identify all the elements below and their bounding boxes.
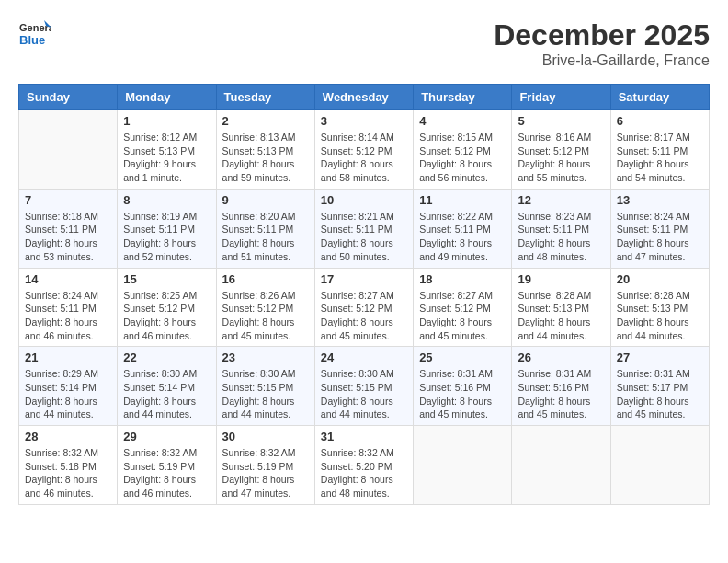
weekday-header: Tuesday xyxy=(216,85,314,110)
day-number: 23 xyxy=(222,350,309,364)
day-info: Sunrise: 8:13 AMSunset: 5:13 PMDaylight:… xyxy=(222,131,309,185)
day-number: 3 xyxy=(321,114,407,128)
day-number: 4 xyxy=(419,114,506,128)
day-info: Sunrise: 8:25 AMSunset: 5:12 PMDaylight:… xyxy=(123,289,210,343)
day-info: Sunrise: 8:28 AMSunset: 5:13 PMDaylight:… xyxy=(518,289,604,343)
day-info: Sunrise: 8:31 AMSunset: 5:16 PMDaylight:… xyxy=(518,367,604,421)
day-number: 22 xyxy=(123,350,210,364)
logo-svg: General Blue xyxy=(18,18,51,52)
day-info: Sunrise: 8:24 AMSunset: 5:11 PMDaylight:… xyxy=(617,210,703,264)
day-info: Sunrise: 8:28 AMSunset: 5:13 PMDaylight:… xyxy=(617,289,703,343)
day-number: 18 xyxy=(419,272,506,286)
calendar-cell: 27Sunrise: 8:31 AMSunset: 5:17 PMDayligh… xyxy=(610,347,709,426)
day-info: Sunrise: 8:22 AMSunset: 5:11 PMDaylight:… xyxy=(419,210,506,264)
day-number: 29 xyxy=(123,430,210,443)
calendar-cell xyxy=(512,426,610,505)
day-info: Sunrise: 8:21 AMSunset: 5:11 PMDaylight:… xyxy=(321,210,407,264)
calendar-cell: 12Sunrise: 8:23 AMSunset: 5:11 PMDayligh… xyxy=(512,189,610,268)
weekday-header-row: SundayMondayTuesdayWednesdayThursdayFrid… xyxy=(19,85,710,110)
page-header: General Blue December 2025 Brive-la-Gail… xyxy=(18,18,710,69)
calendar-cell: 24Sunrise: 8:30 AMSunset: 5:15 PMDayligh… xyxy=(314,347,413,426)
day-number: 13 xyxy=(617,193,703,207)
calendar-cell: 26Sunrise: 8:31 AMSunset: 5:16 PMDayligh… xyxy=(512,347,610,426)
day-info: Sunrise: 8:32 AMSunset: 5:18 PMDaylight:… xyxy=(25,446,111,500)
calendar-cell: 9Sunrise: 8:20 AMSunset: 5:11 PMDaylight… xyxy=(216,189,314,268)
day-number: 30 xyxy=(222,430,309,443)
calendar-cell: 31Sunrise: 8:32 AMSunset: 5:20 PMDayligh… xyxy=(314,426,413,505)
day-info: Sunrise: 8:24 AMSunset: 5:11 PMDaylight:… xyxy=(25,289,111,343)
day-number: 12 xyxy=(518,193,604,207)
calendar-cell: 25Sunrise: 8:31 AMSunset: 5:16 PMDayligh… xyxy=(414,347,512,426)
calendar-cell: 30Sunrise: 8:32 AMSunset: 5:19 PMDayligh… xyxy=(216,426,314,505)
day-info: Sunrise: 8:30 AMSunset: 5:14 PMDaylight:… xyxy=(123,367,210,421)
calendar-cell: 11Sunrise: 8:22 AMSunset: 5:11 PMDayligh… xyxy=(414,189,512,268)
day-info: Sunrise: 8:30 AMSunset: 5:15 PMDaylight:… xyxy=(222,367,309,421)
calendar-cell: 14Sunrise: 8:24 AMSunset: 5:11 PMDayligh… xyxy=(19,268,118,347)
day-number: 10 xyxy=(321,193,407,207)
calendar-week-row: 28Sunrise: 8:32 AMSunset: 5:18 PMDayligh… xyxy=(19,426,710,505)
day-info: Sunrise: 8:32 AMSunset: 5:19 PMDaylight:… xyxy=(123,446,210,500)
calendar-cell: 3Sunrise: 8:14 AMSunset: 5:12 PMDaylight… xyxy=(314,110,413,190)
calendar-cell xyxy=(414,426,512,505)
calendar-cell: 2Sunrise: 8:13 AMSunset: 5:13 PMDaylight… xyxy=(216,110,314,190)
day-number: 9 xyxy=(222,193,309,207)
day-number: 8 xyxy=(123,193,210,207)
day-number: 19 xyxy=(518,272,604,286)
calendar-cell: 17Sunrise: 8:27 AMSunset: 5:12 PMDayligh… xyxy=(314,268,413,347)
calendar-cell: 15Sunrise: 8:25 AMSunset: 5:12 PMDayligh… xyxy=(118,268,216,347)
day-number: 1 xyxy=(123,114,210,128)
weekday-header: Friday xyxy=(512,85,610,110)
day-info: Sunrise: 8:16 AMSunset: 5:12 PMDaylight:… xyxy=(518,131,604,185)
calendar-cell: 4Sunrise: 8:15 AMSunset: 5:12 PMDaylight… xyxy=(414,110,512,190)
calendar-cell: 20Sunrise: 8:28 AMSunset: 5:13 PMDayligh… xyxy=(610,268,709,347)
day-number: 17 xyxy=(321,272,407,286)
day-info: Sunrise: 8:15 AMSunset: 5:12 PMDaylight:… xyxy=(419,131,506,185)
weekday-header: Saturday xyxy=(610,85,709,110)
day-number: 25 xyxy=(419,350,506,364)
day-number: 14 xyxy=(25,272,111,286)
calendar-cell: 8Sunrise: 8:19 AMSunset: 5:11 PMDaylight… xyxy=(118,189,216,268)
calendar-cell xyxy=(19,110,118,190)
calendar-cell: 13Sunrise: 8:24 AMSunset: 5:11 PMDayligh… xyxy=(610,189,709,268)
day-info: Sunrise: 8:18 AMSunset: 5:11 PMDaylight:… xyxy=(25,210,111,264)
day-number: 11 xyxy=(419,193,506,207)
day-info: Sunrise: 8:20 AMSunset: 5:11 PMDaylight:… xyxy=(222,210,309,264)
calendar-week-row: 21Sunrise: 8:29 AMSunset: 5:14 PMDayligh… xyxy=(19,347,710,426)
calendar-cell: 16Sunrise: 8:26 AMSunset: 5:12 PMDayligh… xyxy=(216,268,314,347)
day-number: 16 xyxy=(222,272,309,286)
day-number: 2 xyxy=(222,114,309,128)
weekday-header: Wednesday xyxy=(314,85,413,110)
calendar-cell: 19Sunrise: 8:28 AMSunset: 5:13 PMDayligh… xyxy=(512,268,610,347)
calendar-cell: 21Sunrise: 8:29 AMSunset: 5:14 PMDayligh… xyxy=(19,347,118,426)
day-info: Sunrise: 8:32 AMSunset: 5:20 PMDaylight:… xyxy=(321,446,407,500)
day-number: 28 xyxy=(25,430,111,443)
calendar-cell: 29Sunrise: 8:32 AMSunset: 5:19 PMDayligh… xyxy=(118,426,216,505)
month-title: December 2025 xyxy=(494,18,710,52)
location-title: Brive-la-Gaillarde, France xyxy=(494,52,710,69)
day-info: Sunrise: 8:12 AMSunset: 5:13 PMDaylight:… xyxy=(123,131,210,185)
day-info: Sunrise: 8:27 AMSunset: 5:12 PMDaylight:… xyxy=(321,289,407,343)
logo: General Blue xyxy=(18,18,51,52)
day-info: Sunrise: 8:26 AMSunset: 5:12 PMDaylight:… xyxy=(222,289,309,343)
calendar-cell: 23Sunrise: 8:30 AMSunset: 5:15 PMDayligh… xyxy=(216,347,314,426)
day-number: 20 xyxy=(617,272,703,286)
day-number: 5 xyxy=(518,114,604,128)
weekday-header: Sunday xyxy=(19,85,118,110)
day-info: Sunrise: 8:27 AMSunset: 5:12 PMDaylight:… xyxy=(419,289,506,343)
calendar-table: SundayMondayTuesdayWednesdayThursdayFrid… xyxy=(18,84,710,505)
calendar-cell: 22Sunrise: 8:30 AMSunset: 5:14 PMDayligh… xyxy=(118,347,216,426)
calendar-cell: 7Sunrise: 8:18 AMSunset: 5:11 PMDaylight… xyxy=(19,189,118,268)
weekday-header: Monday xyxy=(118,85,216,110)
day-info: Sunrise: 8:31 AMSunset: 5:17 PMDaylight:… xyxy=(617,367,703,421)
calendar-week-row: 1Sunrise: 8:12 AMSunset: 5:13 PMDaylight… xyxy=(19,110,710,190)
calendar-cell: 5Sunrise: 8:16 AMSunset: 5:12 PMDaylight… xyxy=(512,110,610,190)
calendar-week-row: 14Sunrise: 8:24 AMSunset: 5:11 PMDayligh… xyxy=(19,268,710,347)
calendar-cell: 6Sunrise: 8:17 AMSunset: 5:11 PMDaylight… xyxy=(610,110,709,190)
day-number: 24 xyxy=(321,350,407,364)
calendar-cell: 18Sunrise: 8:27 AMSunset: 5:12 PMDayligh… xyxy=(414,268,512,347)
svg-text:Blue: Blue xyxy=(19,33,45,47)
day-info: Sunrise: 8:23 AMSunset: 5:11 PMDaylight:… xyxy=(518,210,604,264)
day-info: Sunrise: 8:30 AMSunset: 5:15 PMDaylight:… xyxy=(321,367,407,421)
calendar-cell: 10Sunrise: 8:21 AMSunset: 5:11 PMDayligh… xyxy=(314,189,413,268)
day-info: Sunrise: 8:32 AMSunset: 5:19 PMDaylight:… xyxy=(222,446,309,500)
